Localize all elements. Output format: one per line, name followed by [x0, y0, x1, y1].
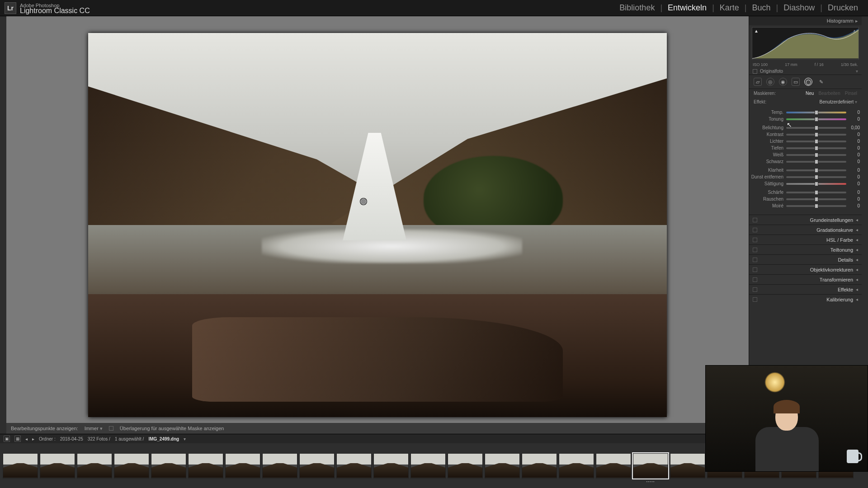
edit-points-mode[interactable]: Immer — [85, 426, 103, 432]
slider-knob[interactable] — [815, 146, 818, 150]
slider-value[interactable]: 0 — [846, 174, 860, 179]
section-toggle[interactable] — [753, 287, 757, 292]
brush-tool[interactable]: ✎ — [817, 78, 825, 86]
overlay-checkbox[interactable] — [109, 426, 113, 431]
slider-sch-rfe[interactable]: Schärfe0 — [751, 189, 860, 196]
slider-knob[interactable] — [815, 153, 818, 157]
thumbnail[interactable] — [151, 453, 186, 479]
slider-value[interactable]: 0 — [846, 145, 860, 150]
original-checkbox[interactable] — [753, 69, 757, 74]
slider-value[interactable]: 0 — [846, 132, 860, 137]
module-karte[interactable]: Karte — [714, 1, 745, 14]
section-toggle[interactable] — [753, 248, 757, 252]
radial-filter-pin[interactable] — [360, 198, 367, 205]
thumbnail[interactable] — [299, 453, 335, 479]
slider-value[interactable]: 0 — [846, 152, 860, 157]
slider-schwarz[interactable]: Schwarz0 — [751, 158, 860, 165]
section-toggle[interactable] — [753, 267, 757, 272]
folder-date[interactable]: 2018-04-25 — [60, 436, 83, 441]
slider-track[interactable] — [786, 112, 846, 113]
slider-track[interactable] — [786, 176, 846, 178]
thumbnail[interactable] — [485, 453, 520, 479]
section-objektivkorrekturen[interactable]: Objektivkorrekturen — [749, 264, 862, 274]
thumbnail[interactable] — [225, 453, 260, 479]
thumbnail[interactable] — [670, 453, 705, 479]
slider-knob[interactable] — [815, 175, 818, 179]
module-buch[interactable]: Buch — [747, 1, 776, 14]
slider-value[interactable]: 0 — [846, 139, 860, 144]
thumbnail[interactable] — [114, 453, 149, 479]
thumbnail[interactable] — [373, 453, 409, 479]
slider-knob[interactable] — [815, 182, 818, 186]
histogram-header[interactable]: Histogramm — [749, 16, 862, 25]
filename-menu-icon[interactable]: ▾ — [184, 436, 186, 441]
thumbnail[interactable] — [77, 453, 112, 479]
nav-back-icon[interactable]: ◂ — [25, 436, 28, 441]
radial-filter-tool[interactable]: ◯ — [804, 78, 812, 86]
slider-knob[interactable] — [815, 139, 818, 144]
slider-knob[interactable] — [815, 110, 818, 115]
slider-tonung[interactable]: Tonung0 — [751, 116, 860, 122]
section-hsl-farbe[interactable]: HSL / Farbe — [749, 235, 862, 244]
slider-klarheit[interactable]: Klarheit0 — [751, 167, 860, 174]
slider-knob[interactable] — [815, 190, 818, 195]
slider-value[interactable]: 0 — [846, 117, 860, 122]
slider-rauschen[interactable]: Rauschen0 — [751, 196, 860, 202]
thumbnail[interactable] — [448, 453, 483, 479]
thumbnail[interactable] — [410, 453, 446, 479]
module-diashow[interactable]: Diashow — [778, 1, 820, 14]
section-details[interactable]: Details — [749, 254, 862, 264]
section-effekte[interactable]: Effekte — [749, 284, 862, 294]
slider-knob[interactable] — [815, 197, 818, 202]
thumbnail[interactable] — [336, 453, 372, 479]
slider-knob[interactable] — [815, 132, 818, 137]
original-menu-icon[interactable]: ▾ — [856, 69, 858, 74]
slider-track[interactable] — [786, 205, 846, 207]
grid-view-icon[interactable]: ▦ — [14, 436, 21, 442]
left-panel-collapsed[interactable] — [0, 16, 6, 434]
slider-value[interactable]: 0 — [846, 190, 860, 195]
slider-knob[interactable] — [815, 126, 818, 130]
thumbnail[interactable] — [40, 453, 75, 479]
section-toggle[interactable] — [753, 277, 757, 282]
spot-tool[interactable]: ◎ — [766, 78, 774, 86]
effect-preset[interactable]: Benutzerdefiniert — [820, 99, 857, 104]
slider-tiefen[interactable]: Tiefen0 — [751, 145, 860, 151]
section-kalibrierung[interactable]: Kalibrierung — [749, 294, 862, 304]
slider-knob[interactable] — [815, 168, 818, 173]
slider-knob[interactable] — [815, 117, 818, 122]
slider-wei-[interactable]: Weiß0 — [751, 151, 860, 158]
section-transformieren[interactable]: Transformieren — [749, 274, 862, 284]
thumbnail[interactable] — [3, 453, 38, 479]
section-grundeinstellungen[interactable]: Grundeinstellungen — [749, 215, 862, 225]
slider-value[interactable]: 0 — [846, 168, 860, 173]
slider-knob[interactable] — [815, 204, 818, 208]
section-toggle[interactable] — [753, 258, 757, 262]
section-teiltonung[interactable]: Teiltonung — [749, 244, 862, 254]
slider-track[interactable] — [786, 118, 846, 120]
slider-value[interactable]: 0 — [846, 110, 860, 115]
crop-tool[interactable]: ▱ — [754, 78, 762, 86]
mask-new[interactable]: Neu — [806, 91, 814, 96]
thumbnail[interactable] — [262, 453, 297, 479]
section-toggle[interactable] — [753, 218, 757, 222]
slider-kontrast[interactable]: Kontrast0 — [751, 131, 860, 138]
photo-canvas[interactable] — [88, 33, 667, 417]
second-window-icon[interactable]: ▣ — [4, 436, 10, 442]
slider-track[interactable] — [786, 169, 846, 171]
thumbnail[interactable] — [522, 453, 557, 479]
module-entwickeln[interactable]: Entwickeln — [662, 1, 712, 14]
slider-value[interactable]: 0 — [846, 181, 860, 186]
module-drucken[interactable]: Drucken — [822, 1, 863, 14]
slider-track[interactable] — [786, 147, 846, 149]
slider-track[interactable] — [786, 161, 846, 163]
module-bibliothek[interactable]: Bibliothek — [614, 1, 660, 14]
slider-s-ttigung[interactable]: Sättigung0 — [751, 180, 860, 187]
section-toggle[interactable] — [753, 228, 757, 232]
thumbnail[interactable] — [596, 453, 631, 479]
slider-track[interactable] — [786, 154, 846, 156]
graduated-filter-tool[interactable]: ▭ — [792, 78, 800, 86]
current-filename[interactable]: IMG_2499.dng — [148, 436, 179, 441]
slider-value[interactable]: 0 — [846, 197, 860, 202]
section-gradationskurve[interactable]: Gradationskurve — [749, 225, 862, 235]
